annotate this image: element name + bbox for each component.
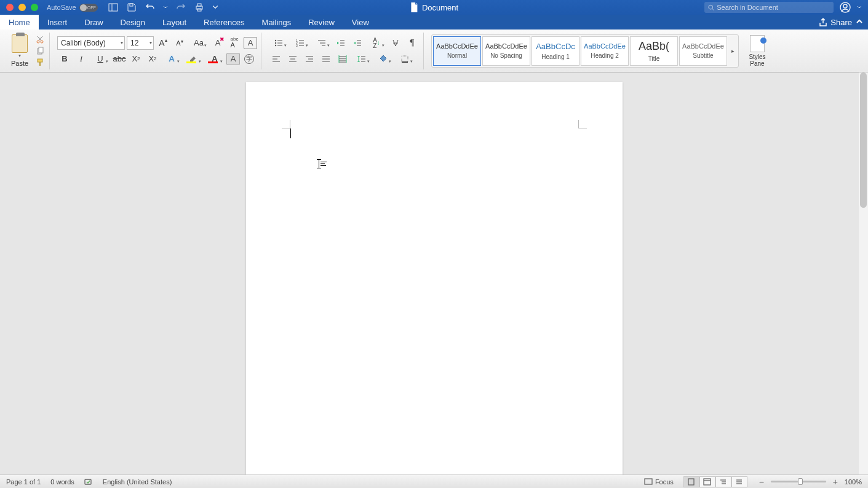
share-button[interactable]: Share [819, 18, 852, 27]
style-heading-1[interactable]: AaBbCcDcHeading 1 [532, 36, 579, 66]
save-button[interactable] [126, 2, 137, 13]
search-icon [708, 4, 714, 11]
zoom-slider-knob[interactable] [798, 478, 803, 485]
margin-marker-top-left [282, 120, 290, 128]
distributed-button[interactable] [335, 52, 350, 66]
vertical-scrollbar[interactable] [859, 73, 868, 474]
style-heading-2[interactable]: AaBbCcDdEeHeading 2 [581, 36, 629, 66]
multilevel-list-button[interactable]: ▾ [312, 36, 332, 50]
justify-button[interactable] [319, 52, 333, 66]
font-color-button[interactable]: A▾ [205, 52, 225, 66]
underline-button[interactable]: U▾ [90, 52, 110, 66]
word-count[interactable]: 0 words [50, 478, 74, 486]
cut-button[interactable] [34, 34, 46, 44]
style-no-spacing[interactable]: AaBbCcDdEeNo Spacing [482, 36, 530, 66]
grow-font-button[interactable]: A▴ [156, 36, 170, 50]
tab-layout[interactable]: Layout [154, 15, 195, 30]
collapse-ribbon-button[interactable] [856, 18, 863, 27]
page[interactable] [246, 82, 623, 474]
undo-button[interactable] [145, 2, 156, 13]
align-center-button[interactable] [285, 52, 300, 66]
font-size-combo[interactable]: 12▾ [127, 36, 154, 50]
bold-button[interactable]: B [57, 52, 72, 66]
align-left-button[interactable] [269, 52, 284, 66]
text-cursor [290, 128, 291, 138]
borders-button[interactable]: ▾ [395, 52, 415, 66]
ribbon-tabs: Home Insert Draw Design Layout Reference… [0, 15, 868, 30]
tab-review[interactable]: Review [300, 15, 343, 30]
shading-button[interactable]: ▾ [373, 52, 393, 66]
tab-references[interactable]: References [195, 15, 253, 30]
style-subtitle[interactable]: AaBbCcDdEeSubtitle [679, 36, 727, 66]
change-case-button[interactable]: Aa▾ [189, 36, 209, 50]
styles-pane-icon [750, 35, 765, 52]
paste-button[interactable]: ▾ Paste [7, 34, 32, 67]
print-button[interactable] [194, 2, 205, 13]
zoom-out-button[interactable]: − [757, 478, 766, 486]
phonetic-guide-button[interactable]: abcA [227, 36, 242, 50]
scrollbar-thumb[interactable] [860, 73, 867, 208]
account-button[interactable] [840, 2, 851, 13]
draft-view-button[interactable] [731, 476, 747, 487]
svg-rect-15 [39, 62, 41, 66]
svg-rect-14 [38, 59, 42, 62]
search-box[interactable] [704, 2, 834, 13]
sort-button[interactable]: AZ↓▾ [367, 36, 386, 50]
tab-mailings[interactable]: Mailings [253, 15, 300, 30]
enclose-characters-button[interactable]: 字 [242, 52, 257, 66]
spellcheck-button[interactable] [84, 478, 93, 486]
italic-button[interactable]: I [74, 52, 89, 66]
decrease-indent-button[interactable] [333, 36, 348, 50]
style-normal[interactable]: AaBbCcDdEeNormal [433, 36, 481, 66]
print-layout-view-button[interactable] [683, 476, 699, 487]
zoom-percentage[interactable]: 100% [845, 478, 862, 486]
bullets-button[interactable]: ▾ [269, 36, 289, 50]
asian-layout-button[interactable] [388, 36, 403, 50]
search-input[interactable] [717, 4, 830, 11]
tab-design[interactable]: Design [112, 15, 154, 30]
show-paragraph-marks-button[interactable]: ¶ [405, 36, 420, 50]
document-area[interactable] [0, 73, 868, 474]
outline-view-button[interactable] [715, 476, 731, 487]
superscript-button[interactable]: X2 [145, 52, 160, 66]
account-dropdown[interactable] [857, 2, 862, 13]
language-indicator[interactable]: English (United States) [103, 478, 172, 486]
shrink-font-button[interactable]: A▾ [172, 36, 187, 50]
styles-pane-button[interactable]: Styles Pane [743, 35, 772, 67]
tab-view[interactable]: View [343, 15, 378, 30]
web-layout-view-button[interactable] [699, 476, 715, 487]
numbering-button[interactable]: 123▾ [290, 36, 310, 50]
autosave-control[interactable]: AutoSave OFF [47, 4, 98, 12]
character-border-button[interactable]: A [244, 37, 257, 49]
line-spacing-button[interactable]: ▾ [352, 52, 372, 66]
close-window-button[interactable] [6, 4, 14, 11]
strikethrough-button[interactable]: abc [112, 52, 127, 66]
format-painter-button[interactable] [34, 58, 46, 68]
redo-button[interactable] [175, 2, 186, 13]
clear-formatting-button[interactable]: A✖ [210, 36, 225, 50]
increase-indent-button[interactable] [350, 36, 365, 50]
align-right-button[interactable] [302, 52, 317, 66]
page-indicator[interactable]: Page 1 of 1 [6, 478, 41, 486]
qat-customize-dropdown[interactable] [212, 2, 218, 13]
styles-more-button[interactable]: ▸ [728, 36, 737, 66]
zoom-slider[interactable] [771, 481, 826, 482]
text-effects-button[interactable]: A▾ [162, 52, 181, 66]
highlight-button[interactable]: ▾ [183, 52, 203, 66]
toggle-file-browser-button[interactable] [108, 2, 119, 13]
tab-home[interactable]: Home [0, 15, 39, 30]
subscript-button[interactable]: X2 [129, 52, 143, 66]
tab-draw[interactable]: Draw [76, 15, 111, 30]
zoom-in-button[interactable]: + [831, 478, 840, 486]
character-shading-button[interactable]: A [226, 53, 240, 65]
undo-dropdown[interactable] [163, 2, 168, 13]
style-title[interactable]: AaBb(Title [630, 36, 678, 66]
minimize-window-button[interactable] [18, 4, 26, 11]
focus-mode-button[interactable]: Focus [644, 478, 674, 486]
autosave-toggle[interactable]: OFF [79, 4, 98, 12]
tab-insert[interactable]: Insert [39, 15, 76, 30]
font-name-combo[interactable]: Calibri (Body)▾ [57, 36, 125, 50]
window-controls [6, 4, 38, 11]
zoom-window-button[interactable] [31, 4, 38, 11]
copy-button[interactable] [34, 46, 46, 56]
